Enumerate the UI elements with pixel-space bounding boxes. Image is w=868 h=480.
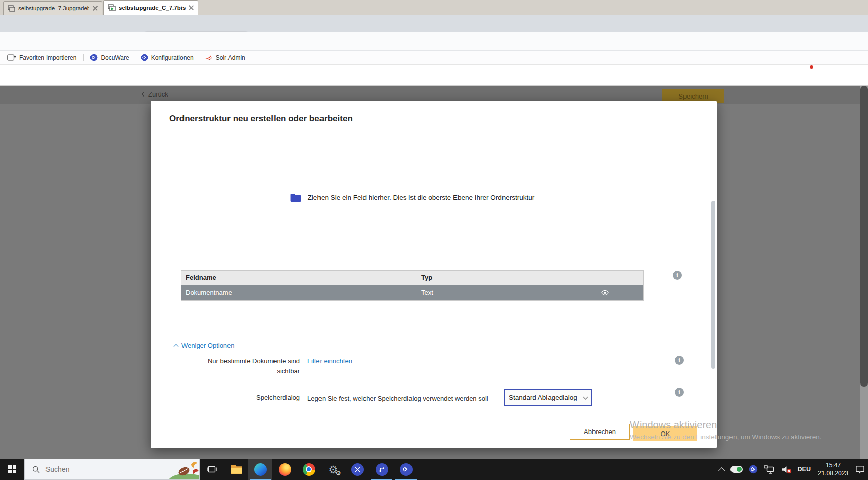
file-explorer-button[interactable] xyxy=(224,459,248,480)
dialog-title: Ordnerstruktur neu erstellen oder bearbe… xyxy=(169,114,353,124)
info-icon[interactable]: i xyxy=(673,271,682,280)
clock[interactable]: 15:4721.08.2023 xyxy=(814,459,852,480)
taskbar-search[interactable] xyxy=(24,459,200,480)
notification-center-button[interactable] xyxy=(852,459,868,480)
browser-toolbar: ← https://presentationvm/DocuWare/Settin… xyxy=(0,32,868,51)
profile-notification-dot xyxy=(810,65,813,69)
docuware-icon xyxy=(400,463,413,476)
workflow-icon xyxy=(376,463,388,476)
vm-tab-bar: selbstupgrade_7.3upgradebis... selbstupg… xyxy=(0,0,868,15)
tools-icon xyxy=(351,463,364,476)
info-icon[interactable]: i xyxy=(675,356,684,365)
divider xyxy=(83,54,84,61)
folder-structure-dialog: Ordnerstruktur neu erstellen oder bearbe… xyxy=(151,101,717,448)
chevron-up-icon xyxy=(174,344,179,349)
cancel-button[interactable]: Abbrechen xyxy=(570,424,630,440)
windows-activation-watermark-detail: Wechseln Sie zu den Einstellungen, um Wi… xyxy=(630,433,821,441)
edge-icon xyxy=(254,463,267,476)
vm-tab-active[interactable]: selbstupgrade_C_7.7bis7.... xyxy=(103,0,198,15)
column-header-actions xyxy=(567,271,642,285)
browser-tab-strip: DocuWare Konfigurationen xyxy=(0,15,868,32)
favorites-item-label: Konfigurationen xyxy=(151,54,194,61)
favorites-item-label: DocuWare xyxy=(101,54,129,61)
less-options-label: Weniger Optionen xyxy=(181,342,235,349)
search-input[interactable] xyxy=(45,465,147,473)
favorites-item-solr-admin[interactable]: Solr Admin xyxy=(205,54,245,62)
admin-tools-taskbar-button[interactable]: ⚙⚙ xyxy=(321,459,345,480)
import-favorites-icon xyxy=(7,54,16,61)
network-icon[interactable] xyxy=(761,459,778,480)
firefox-icon xyxy=(279,463,291,476)
store-dialog-selected-value: Standard Ablagedialog xyxy=(509,394,577,401)
chrome-taskbar-button[interactable] xyxy=(297,459,321,480)
setup-filter-link[interactable]: Filter einrichten xyxy=(307,357,352,365)
gear-icon: ⚙⚙ xyxy=(329,464,338,475)
dialog-scrollbar-thumb[interactable] xyxy=(711,201,715,369)
vm-console-icon xyxy=(8,5,15,12)
date: 21.08.2023 xyxy=(818,470,848,477)
favorites-item-label: Favoriten importieren xyxy=(19,54,76,61)
field-table: Feldname Typ Dokumentname Text xyxy=(181,270,644,301)
vm-console-running-icon xyxy=(108,4,116,11)
chevron-up-icon xyxy=(718,467,725,474)
solr-icon xyxy=(205,54,213,62)
chevron-down-icon xyxy=(583,394,588,399)
cell-feldname: Dokumentname xyxy=(181,285,417,300)
close-icon[interactable] xyxy=(189,5,194,10)
favorites-item-docuware[interactable]: DocuWare xyxy=(90,54,129,61)
start-button[interactable] xyxy=(0,459,24,480)
store-dialog-label: Speicherdialog xyxy=(151,394,300,401)
vm-tab-label: selbstupgrade_C_7.7bis7.... xyxy=(119,5,186,11)
folder-dropzone[interactable]: Ziehen Sie ein Feld hierher. Dies ist di… xyxy=(181,134,643,260)
close-icon[interactable] xyxy=(93,6,98,11)
toggle-icon xyxy=(730,466,743,473)
column-header-typ: Typ xyxy=(417,271,567,285)
taskbar: ⚙⚙ xyxy=(0,459,868,480)
vm-tab-inactive[interactable]: selbstupgrade_7.3upgradebis... xyxy=(3,1,102,15)
less-options-toggle[interactable]: Weniger Optionen xyxy=(174,342,235,349)
windows-logo-icon xyxy=(8,465,16,473)
tray-expand-button[interactable] xyxy=(716,459,727,480)
favorites-bar: Favoriten importieren DocuWare Konfigura… xyxy=(0,51,868,65)
table-row[interactable]: Dokumentname Text xyxy=(181,285,643,300)
cell-typ: Text xyxy=(417,285,567,300)
table-header-row: Feldname Typ xyxy=(181,271,643,285)
back-link[interactable]: Zurück xyxy=(142,90,168,98)
info-icon[interactable]: i xyxy=(675,388,684,397)
vm-tab-label: selbstupgrade_7.3upgradebis... xyxy=(18,5,89,11)
favorites-import-button[interactable]: Favoriten importieren xyxy=(7,54,76,61)
back-link-label: Zurück xyxy=(148,90,168,98)
docuware-taskbar-button[interactable] xyxy=(394,459,418,480)
task-view-button[interactable] xyxy=(200,459,224,480)
page-scrollbar-thumb[interactable] xyxy=(860,86,868,387)
cell-actions xyxy=(567,285,642,300)
store-dialog-select[interactable]: Standard Ablagedialog xyxy=(504,389,592,406)
system-tray: DEU 15:4721.08.2023 xyxy=(716,459,868,480)
language-indicator[interactable]: DEU xyxy=(795,459,814,480)
setup-tools-taskbar-button[interactable] xyxy=(345,459,370,480)
tray-docuware-button[interactable] xyxy=(746,459,761,480)
docuware-favicon-icon xyxy=(141,54,148,61)
docuware-favicon-icon xyxy=(90,54,98,61)
workflow-taskbar-button[interactable] xyxy=(370,459,394,480)
firefox-taskbar-button[interactable] xyxy=(272,459,297,480)
favorites-item-konfigurationen[interactable]: Konfigurationen xyxy=(141,54,194,61)
app-header: DocuWare Archive admin Peters Engineerin… xyxy=(0,65,868,86)
filter-label: Nur bestimmte Dokumente sind xyxy=(151,357,300,365)
dropzone-hint: Ziehen Sie ein Feld hierher. Dies ist di… xyxy=(308,194,535,201)
filter-label: sichtbar xyxy=(151,367,300,375)
windows-activation-watermark: Windows aktivieren xyxy=(630,419,717,431)
store-dialog-description: Legen Sie fest, welcher Speicherdialog v… xyxy=(307,395,488,402)
search-decoration-image xyxy=(169,459,199,479)
search-icon xyxy=(32,465,40,474)
time: 15:47 xyxy=(826,462,841,469)
favorites-item-label: Solr Admin xyxy=(216,54,245,61)
volume-muted-icon[interactable] xyxy=(778,459,795,480)
column-header-feldname: Feldname xyxy=(181,271,417,285)
folder-icon xyxy=(290,193,302,202)
edge-taskbar-button[interactable] xyxy=(248,459,272,480)
chrome-icon xyxy=(303,463,315,476)
chevron-left-icon xyxy=(142,92,147,97)
eye-icon[interactable] xyxy=(601,290,609,296)
tray-toggle-button[interactable] xyxy=(727,459,746,480)
